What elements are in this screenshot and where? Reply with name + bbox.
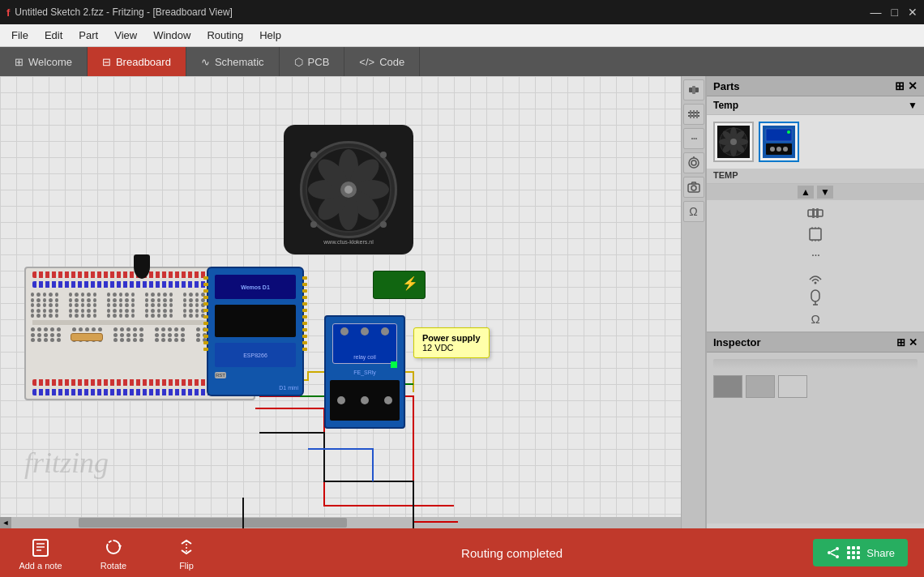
tab-breadboard[interactable]: ⊟ Breadboard <box>88 47 186 76</box>
green-module[interactable]: ⚡ <box>373 271 426 299</box>
parts-nav-down[interactable]: ▼ <box>817 186 833 199</box>
window-title: Untitled Sketch 2.fzz - Fritzing - [Brea… <box>15 6 233 18</box>
category-more[interactable]: ··· <box>806 246 825 265</box>
svg-rect-45 <box>808 210 823 216</box>
part-relay-thumb[interactable] <box>759 122 799 162</box>
flip-button[interactable]: Flip <box>162 536 211 571</box>
menu-help[interactable]: Help <box>251 26 289 45</box>
parts-categories: ··· Ω <box>707 200 924 331</box>
fan-url: www.ctus-klokers.nl <box>323 239 373 245</box>
relay-module[interactable]: relay coil FE_SRly <box>324 315 405 429</box>
camera-icon[interactable] <box>683 177 704 198</box>
svg-point-43 <box>783 147 788 152</box>
parts-header-icons: ⊞ ✕ <box>895 79 918 92</box>
side-icon-bar: ··· Ω <box>681 76 705 528</box>
part-fan-thumb[interactable] <box>713 122 754 162</box>
rotate-button[interactable]: Rotate <box>89 536 138 571</box>
pcb-label: PCB <box>308 56 330 68</box>
menu-file[interactable]: File <box>3 26 36 45</box>
pcb-icon: ⬡ <box>294 56 303 68</box>
svg-rect-16 <box>692 86 695 94</box>
arduino-pins-left <box>203 276 208 351</box>
code-label: Code <box>379 56 404 68</box>
tab-schematic[interactable]: ∿ Schematic <box>186 47 280 76</box>
inspector-body <box>707 353 924 524</box>
close-button[interactable]: ✕ <box>908 6 918 19</box>
svg-rect-59 <box>33 540 48 556</box>
category-sensors[interactable] <box>806 288 825 307</box>
welcome-label: Welcome <box>28 56 72 68</box>
add-note-label: Add a note <box>19 561 62 571</box>
canvas-hscrollbar[interactable]: ◄ ► <box>0 517 694 528</box>
inspector-expand-button[interactable]: ⊞ <box>896 336 905 348</box>
category-ics[interactable] <box>806 224 825 244</box>
breadboard-label: Breadboard <box>116 56 171 68</box>
category-omega[interactable]: Ω <box>806 309 825 328</box>
svg-line-65 <box>831 553 836 556</box>
parts-sub-header: Temp ▼ <box>707 96 924 115</box>
inspector-close-button[interactable]: ✕ <box>909 336 918 348</box>
schematic-icon: ∿ <box>201 56 210 68</box>
more-icon[interactable]: ··· <box>683 128 704 149</box>
parts-expand-button[interactable]: ⊞ <box>895 79 905 92</box>
breadboard-icon: ⊟ <box>102 56 111 68</box>
connector-icon[interactable] <box>683 79 704 100</box>
svg-point-26 <box>691 186 696 190</box>
parts-sub-arrow[interactable]: ▼ <box>908 100 918 111</box>
app-icon: f <box>6 6 10 19</box>
svg-point-14 <box>380 221 387 228</box>
svg-point-12 <box>380 152 387 158</box>
tab-pcb[interactable]: ⬡ PCB <box>280 47 345 76</box>
parts-panel: Parts ⊞ ✕ Temp ▼ <box>707 76 924 333</box>
omega-icon[interactable]: Ω <box>683 201 704 222</box>
welcome-icon: ⊞ <box>15 56 24 68</box>
category-connector[interactable] <box>806 203 825 223</box>
inspector-color-box-3[interactable] <box>778 375 807 398</box>
arduino-board[interactable]: Wemos D1 ESP8266 RST D1 mini <box>207 267 304 396</box>
svg-point-55 <box>815 282 817 284</box>
menu-routing[interactable]: Routing <box>199 26 251 45</box>
svg-point-10 <box>344 186 353 194</box>
svg-point-42 <box>776 147 781 152</box>
parts-panel-header: Parts ⊞ ✕ <box>707 76 924 96</box>
category-wireless[interactable] <box>806 267 825 286</box>
power-supply-label[interactable]: Power supply 12 VDC <box>413 327 490 358</box>
right-panel: Parts ⊞ ✕ Temp ▼ <box>705 76 924 528</box>
svg-rect-20 <box>693 110 695 118</box>
fritzing-watermark: fritzing <box>24 446 109 480</box>
flip-icon <box>175 536 198 558</box>
menu-edit[interactable]: Edit <box>36 26 71 45</box>
temp-label: TEMP <box>713 170 738 180</box>
minimize-button[interactable]: — <box>871 6 882 19</box>
title-bar-controls[interactable]: — □ ✕ <box>871 6 918 19</box>
relay-coil: relay coil <box>332 323 397 364</box>
inspector-panel-header: Inspector ⊞ ✕ <box>707 333 924 353</box>
menu-part[interactable]: Part <box>71 26 106 45</box>
svg-point-22 <box>689 158 699 168</box>
share-label: Share <box>866 547 895 559</box>
svg-point-44 <box>787 130 790 134</box>
maximize-button[interactable]: □ <box>892 6 898 19</box>
parts-close-button[interactable]: ✕ <box>908 79 918 92</box>
inspector-color-box-1[interactable] <box>713 375 742 398</box>
menu-window[interactable]: Window <box>145 26 199 45</box>
relay-terminals <box>330 380 400 421</box>
fan-component[interactable]: www.ctus-klokers.nl <box>284 125 413 254</box>
add-note-button[interactable]: Add a note <box>16 536 65 571</box>
inspector-color-box-2[interactable] <box>746 375 775 398</box>
pin-strip-icon[interactable] <box>683 104 704 125</box>
svg-rect-56 <box>811 290 819 301</box>
share-grid-icon <box>847 546 860 559</box>
antenna-icon[interactable] <box>683 152 704 173</box>
power-label-line1: Power supply <box>422 333 481 343</box>
tab-code[interactable]: </> Code <box>344 47 420 76</box>
canvas-area[interactable]: fritzing <box>0 76 705 528</box>
temp-sensor <box>134 254 150 279</box>
tab-welcome[interactable]: ⊞ Welcome <box>0 47 88 76</box>
share-button[interactable]: Share <box>813 539 908 566</box>
parts-items-container <box>707 115 924 169</box>
menu-view[interactable]: View <box>106 26 145 45</box>
parts-nav-up[interactable]: ▲ <box>798 186 814 199</box>
inspector-panel-title: Inspector <box>713 336 761 348</box>
power-label-line2: 12 VDC <box>422 343 481 353</box>
